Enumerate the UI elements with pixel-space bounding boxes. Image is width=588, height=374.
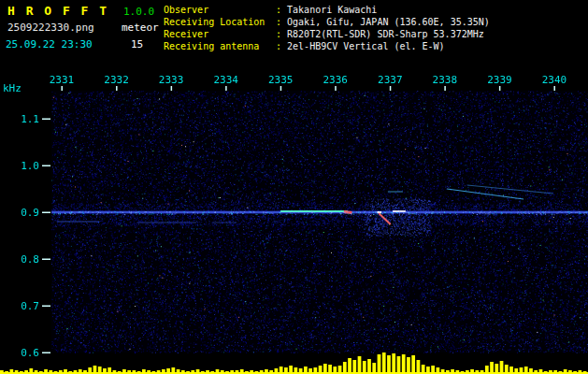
info-label: Receiving antenna	[164, 40, 276, 52]
info-value: R820T2(RTL-SDR) SDR-Sharp 53.372MHz	[287, 29, 484, 39]
freq-tick-label: 0.6	[15, 347, 39, 359]
y-axis-unit: kHz	[3, 82, 22, 94]
datetime-label: 25.09.22 23:30	[6, 38, 93, 50]
time-tick-label: 2333	[159, 74, 184, 86]
station-info: Observer: Takanori KawachiReceiving Loca…	[164, 4, 490, 52]
time-tick-label: 2334	[213, 74, 238, 86]
echo-count: 15	[131, 38, 143, 50]
time-tick-label: 2335	[268, 74, 294, 86]
spectrogram-plot: kHz 233123322333233423352336233723382339…	[0, 67, 588, 374]
info-label: Receiver	[164, 28, 276, 40]
mode-label: meteor	[122, 22, 159, 34]
info-value: Takanori Kawachi	[287, 5, 377, 15]
info-colon: :	[276, 17, 287, 27]
output-filename: 2509222330.png	[7, 22, 94, 34]
info-label: Receiving Location	[164, 16, 276, 28]
station-info-row: Receiver: R820T2(RTL-SDR) SDR-Sharp 53.3…	[164, 28, 490, 40]
app-version: 1.0.0	[123, 6, 154, 18]
info-value: Ogaki, Gifu, JAPAN (136.60E, 35.35N)	[287, 17, 490, 27]
freq-tick-label: 1.0	[15, 160, 39, 172]
freq-tick-label: 0.9	[15, 207, 39, 219]
station-info-row: Receiving antenna: 2el-HB9CV Vertical (e…	[164, 40, 490, 52]
info-value: 2el-HB9CV Vertical (el. E-W)	[287, 41, 445, 51]
station-info-row: Observer: Takanori Kawachi	[164, 4, 490, 16]
freq-tick-label: 1.1	[15, 113, 39, 125]
hrofft-window: H R O F F T 1.0.0 2509222330.png meteor …	[0, 0, 588, 374]
info-colon: :	[276, 41, 287, 51]
spectrogram-canvas	[0, 67, 588, 374]
info-label: Observer	[164, 4, 276, 16]
time-tick-label: 2332	[104, 74, 129, 86]
app-title: H R O F F T	[7, 4, 108, 18]
freq-tick-label: 0.7	[15, 300, 39, 312]
time-tick-label: 2340	[542, 74, 567, 86]
header: H R O F F T 1.0.0 2509222330.png meteor …	[0, 0, 588, 67]
freq-tick-label: 0.8	[15, 253, 39, 266]
station-info-row: Receiving Location: Ogaki, Gifu, JAPAN (…	[164, 16, 490, 28]
info-colon: :	[276, 29, 287, 39]
time-tick-label: 2337	[378, 74, 403, 86]
info-colon: :	[276, 5, 287, 15]
time-tick-label: 2336	[323, 74, 349, 86]
time-tick-label: 2339	[487, 74, 512, 86]
time-tick-label: 2331	[50, 74, 75, 86]
time-tick-label: 2338	[433, 74, 458, 86]
